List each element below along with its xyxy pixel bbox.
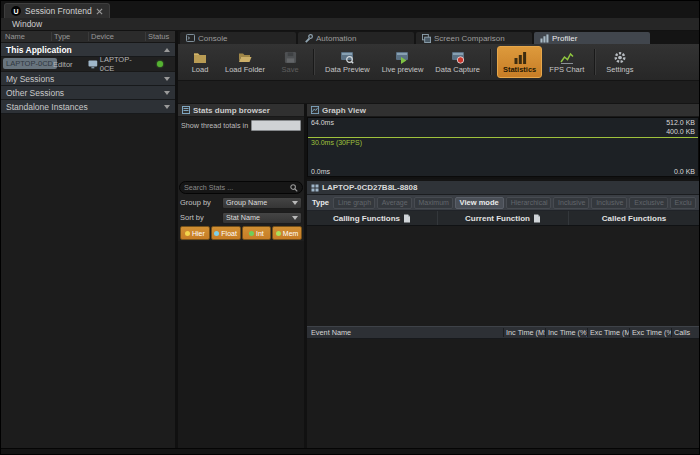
column-calls[interactable]: Calls — [671, 328, 699, 337]
group-by-dropdown[interactable]: Group Name — [222, 197, 302, 209]
titlebar: U Session Frontend — [1, 1, 699, 18]
fps-threshold-line — [308, 137, 698, 138]
data-capture-button[interactable]: Data Capture — [430, 46, 485, 78]
called-functions-header: Called Functions — [569, 211, 699, 225]
stat-filter-buttons: Hier Float Int Mem — [180, 226, 302, 240]
button-label: Data Preview — [325, 65, 370, 74]
group-label: My Sessions — [6, 74, 54, 84]
session-browser-empty-space — [1, 114, 175, 448]
filter-label: Hier — [192, 230, 205, 237]
statistics-bars-icon — [513, 51, 527, 64]
menu-window[interactable]: Window — [7, 19, 47, 29]
event-table-header: Event Name Inc Time (MS Inc Time (%) Exc… — [307, 326, 699, 339]
tab-profiler[interactable]: Profiler — [534, 32, 650, 44]
column-status[interactable]: Status — [145, 32, 175, 41]
column-type[interactable]: Type — [51, 32, 88, 41]
int-icon — [249, 231, 254, 236]
session-group-standalone-instances[interactable]: Standalone Instances — [1, 100, 175, 114]
search-icon — [290, 184, 298, 192]
stats-search-box — [179, 181, 303, 194]
sort-by-dropdown[interactable]: Stat Name — [222, 212, 302, 224]
menubar: Window — [1, 18, 699, 31]
column-inc-time-pct[interactable]: Inc Time (%) — [545, 328, 587, 337]
page-icon[interactable] — [533, 214, 541, 223]
profiler-session-bar[interactable]: LAPTOP-0CD27B8L-8808 — [307, 181, 699, 195]
column-device[interactable]: Device — [88, 32, 145, 41]
tab-console[interactable]: Console — [180, 32, 296, 44]
unreal-logo-icon: U — [11, 6, 21, 16]
tab-automation[interactable]: Automation — [298, 32, 414, 44]
session-grid-icon — [311, 184, 319, 192]
load-button[interactable]: Load — [182, 46, 218, 78]
function-details-area[interactable] — [307, 226, 699, 326]
save-button: Save — [272, 46, 308, 78]
viewmode-exclusive-button: Exclusive — [629, 197, 667, 209]
tab-screen-comparison[interactable]: Screen Comparison — [416, 32, 532, 44]
stats-list-icon — [182, 106, 190, 114]
graph-and-details-column: Graph View 64.0ms 512.0 KB 30.0ms (30FPS… — [307, 104, 699, 448]
live-preview-button[interactable]: Live preview — [377, 46, 429, 78]
y-axis-max-label: 64.0ms — [311, 119, 334, 126]
filter-hier-button[interactable]: Hier — [180, 226, 210, 240]
window-tab[interactable]: U Session Frontend — [4, 3, 110, 18]
automation-wrench-icon — [304, 34, 313, 43]
stats-dump-browser-header: Stats dump browser — [178, 104, 304, 117]
stats-search-input[interactable] — [184, 183, 290, 192]
open-folder-icon — [238, 51, 252, 64]
page-icon[interactable] — [403, 214, 411, 223]
session-group-my-sessions[interactable]: My Sessions — [1, 72, 175, 86]
collapse-arrow-icon[interactable] — [164, 91, 170, 95]
live-preview-icon — [395, 51, 409, 64]
session-group-other-sessions[interactable]: Other Sessions — [1, 86, 175, 100]
filter-float-button[interactable]: Float — [211, 226, 241, 240]
column-inc-time-ms[interactable]: Inc Time (MS — [503, 328, 545, 337]
collapse-arrow-icon[interactable] — [164, 105, 170, 109]
panel-title: Stats dump browser — [193, 106, 270, 115]
load-folder-icon — [193, 51, 207, 64]
column-event-name[interactable]: Event Name — [307, 328, 503, 337]
stats-list-area[interactable] — [178, 241, 304, 448]
close-icon[interactable] — [96, 8, 103, 15]
device-name: LAPTOP-0CE — [100, 55, 145, 73]
session-type-cell: Editor — [51, 60, 88, 69]
filter-mem-button[interactable]: Mem — [272, 226, 302, 240]
memory-axis-max-label: 512.0 KB — [666, 119, 695, 126]
filter-label: Int — [256, 230, 264, 237]
graph-plot-area[interactable]: 64.0ms 512.0 KB 30.0ms (30FPS) 400.0 KB … — [307, 117, 699, 177]
session-row[interactable]: LAPTOP-0CD... Editor LAPTOP-0CE — [1, 57, 175, 72]
session-device-cell: LAPTOP-0CE — [88, 55, 145, 73]
session-status-cell — [145, 61, 175, 67]
statistics-button[interactable]: Statistics — [497, 46, 542, 78]
column-exc-time-pct[interactable]: Exc Time (%) — [629, 328, 671, 337]
collapse-arrow-icon[interactable] — [164, 48, 170, 52]
session-browser-panel: Name Type Device Status This Application… — [1, 31, 178, 448]
thread-totals-row: Show thread totals in — [178, 117, 304, 134]
data-preview-icon — [340, 51, 354, 64]
tool-tabbar: Console Automation Screen Comparison Pro… — [178, 31, 699, 44]
screen-comparison-icon — [422, 34, 431, 43]
graph-view-icon — [311, 106, 319, 114]
profiler-toolbar: Load Load Folder Save Data Preview — [178, 44, 699, 81]
collapse-arrow-icon[interactable] — [164, 77, 170, 81]
fps-threshold-label: 30.0ms (30FPS) — [311, 139, 362, 146]
type-average-button: Average — [377, 197, 412, 209]
window-status-strip — [1, 448, 699, 454]
type-and-viewmode-bar: Type Line graph Average Maximum View mod… — [307, 195, 699, 211]
fps-chart-button[interactable]: FPS Chart — [544, 46, 589, 78]
memory-axis-min-label: 0.0 KB — [674, 168, 695, 175]
group-by-value: Group Name — [226, 198, 267, 207]
filter-label: Float — [221, 230, 237, 237]
event-table-body[interactable] — [307, 339, 699, 448]
current-function-header: Current Function — [438, 211, 569, 225]
settings-button[interactable]: Settings — [601, 46, 638, 78]
data-preview-button[interactable]: Data Preview — [320, 46, 375, 78]
filter-int-button[interactable]: Int — [242, 226, 272, 240]
thread-totals-input[interactable] — [251, 120, 301, 131]
column-exc-time-ms[interactable]: Exc Time (M — [587, 328, 629, 337]
y-axis-min-label: 0.0ms — [311, 168, 330, 175]
session-name-pill[interactable]: LAPTOP-0CD... — [3, 58, 57, 69]
column-name[interactable]: Name — [1, 32, 51, 41]
load-folder-button[interactable]: Load Folder — [220, 46, 270, 78]
hier-icon — [185, 231, 190, 236]
viewmode-inclusive-coalesced-button: Inclusive — [591, 197, 627, 209]
